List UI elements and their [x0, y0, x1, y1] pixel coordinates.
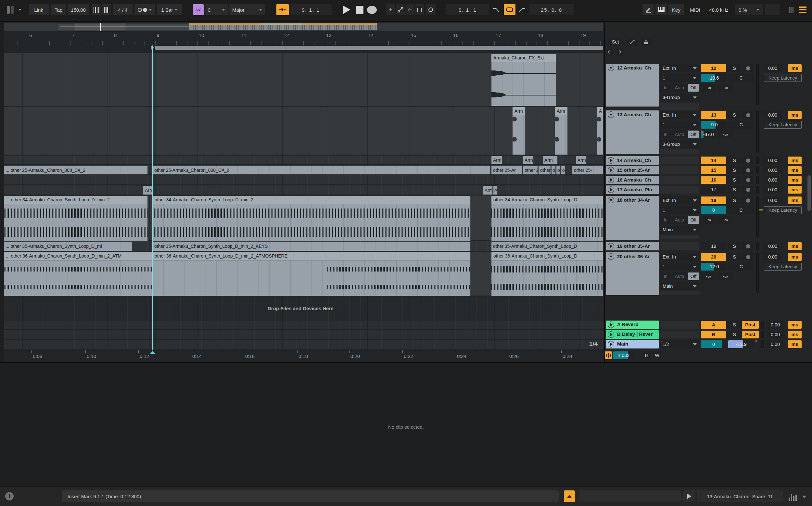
input-channel-menu[interactable]: 1 [660, 263, 699, 270]
monitor-auto-button[interactable]: Auto [672, 131, 686, 138]
prev-marker-button[interactable] [606, 48, 614, 56]
send-a-field[interactable]: -∞ [701, 84, 716, 92]
output-sub-field[interactable] [660, 149, 699, 154]
clip-synth34-right[interactable]: other 34-Armaku_Charon_Synth_Loop_D [491, 196, 603, 241]
clip-arm-small[interactable]: Arm [491, 156, 502, 164]
clip-808-seg[interactable]: other 25-Ar [491, 166, 522, 174]
send-b-field[interactable]: -∞ [718, 272, 733, 280]
solo-button[interactable]: S [728, 166, 741, 174]
keep-latency-button[interactable]: Keep Latency [764, 121, 802, 129]
input-type-menu[interactable]: Ext. In [660, 111, 699, 119]
lock-icon[interactable] [641, 38, 652, 46]
io-field[interactable] [660, 157, 699, 164]
pre-post-toggle[interactable]: Post [742, 331, 759, 338]
delay-unit-button[interactable]: ms [788, 242, 802, 250]
track-activator-off[interactable]: 17 [701, 186, 726, 193]
return-activator[interactable]: A [701, 321, 726, 329]
return-b-lane[interactable] [4, 330, 603, 339]
arm-button[interactable] [742, 176, 754, 184]
clip-808-seg[interactable]: other 2 [523, 166, 538, 174]
midi-arrangement-overdub-icon[interactable] [396, 4, 405, 15]
track-activator[interactable]: 15 [701, 166, 726, 174]
clip-arm-small[interactable]: A [493, 186, 498, 194]
arrangement-overview[interactable] [4, 23, 603, 31]
track-header-14[interactable]: 14 Armaku_Ch [606, 156, 659, 165]
monitor-off-button[interactable]: Off [688, 131, 699, 138]
clip-keys-right[interactable]: other 35-Armaku_Charon_Synth_Loop_D [491, 242, 603, 251]
track-header-18[interactable]: 18 other 34-Ar [606, 196, 659, 240]
arm-button[interactable] [742, 111, 754, 119]
time-signature-field[interactable]: 4 / 4 [113, 4, 133, 15]
track-header-15[interactable]: 15 other 25-Ar [606, 166, 659, 174]
solo-button[interactable]: S [728, 253, 741, 261]
send-b-field[interactable]: -∞ [718, 216, 733, 224]
delay-unit-button[interactable]: ms [788, 196, 802, 204]
playback-speed-field[interactable]: 1.00x [613, 351, 634, 359]
computer-midi-keyboard-icon[interactable] [655, 4, 667, 15]
beat-time-ruler[interactable] [4, 31, 603, 46]
monitor-off-button[interactable]: Off [688, 84, 699, 92]
arm-button[interactable] [742, 157, 754, 164]
delay-unit-button[interactable]: ms [788, 176, 802, 184]
output-menu[interactable]: Main [660, 226, 699, 234]
window-layout-icon[interactable] [5, 4, 16, 15]
set-locator-button[interactable]: Set [608, 38, 623, 46]
io-field[interactable] [660, 186, 699, 193]
output-sub-field[interactable] [660, 103, 699, 110]
send-a-field[interactable]: -∞ [701, 272, 716, 280]
pencil-icon[interactable] [642, 4, 654, 15]
volume-field[interactable]: -9.0 [701, 121, 726, 129]
pan-field[interactable]: C [728, 263, 754, 270]
clip-arm-small[interactable]: Arm [576, 156, 587, 164]
unfold-icon[interactable] [608, 177, 614, 183]
audition-wave-icon[interactable] [605, 351, 612, 359]
clip-808-seg[interactable]: o [552, 166, 556, 174]
metronome-button[interactable] [135, 4, 155, 15]
levels-caret-icon[interactable] [802, 496, 806, 498]
track-lane-16[interactable] [4, 175, 603, 185]
io-field[interactable] [660, 166, 699, 174]
monitor-in-button[interactable]: In [660, 216, 671, 224]
next-marker-button[interactable] [615, 48, 623, 56]
unfold-icon[interactable] [608, 322, 614, 328]
delay-unit-button[interactable]: ms [788, 64, 802, 72]
play-button[interactable] [342, 4, 351, 15]
preview-play-button[interactable] [683, 490, 695, 502]
clip-808-left[interactable]: ... other 25-Armaku_Charon_808_C#_2 [4, 166, 148, 174]
clip-atmo-mid[interactable]: other 36-Armaku_Charon_Synth_Loop_D_min_… [153, 252, 471, 296]
pre-post-toggle[interactable]: Post [742, 321, 759, 329]
unfold-icon[interactable] [608, 331, 614, 338]
io-field[interactable] [660, 331, 699, 338]
pan-field[interactable]: C [728, 74, 754, 82]
monitor-auto-button[interactable]: Auto [672, 272, 686, 280]
track-delay-value[interactable]: 0.00 [766, 331, 785, 338]
solo-button[interactable]: S [728, 157, 741, 164]
clip-arm-small[interactable]: Arm [543, 156, 558, 164]
arrangement-position-field[interactable]: 9. 1. 1 [290, 4, 332, 15]
unfold-icon[interactable] [608, 186, 614, 193]
solo-button[interactable]: S [728, 64, 741, 72]
info-icon[interactable]: i [5, 492, 14, 501]
arm-button[interactable] [742, 64, 754, 72]
capture-midi-icon[interactable]: + [386, 4, 395, 15]
loop-brace[interactable] [155, 46, 603, 50]
back-to-arrangement-icon[interactable] [406, 4, 414, 15]
solo-button[interactable]: S [728, 111, 741, 119]
overview-view-box[interactable] [74, 23, 126, 31]
punch-out-icon[interactable] [517, 4, 528, 15]
delay-unit-button[interactable]: ms [788, 253, 802, 261]
nudge-down-icon[interactable] [92, 4, 101, 15]
clip-arm-small[interactable]: Arm [523, 156, 534, 164]
track-delay-value[interactable]: 0.00 [766, 340, 785, 348]
clip-808-seg[interactable]: other 25- [572, 166, 603, 174]
clip-keys-left[interactable]: ... other 35-Armaku_Charon_Synth_Loop_D_… [4, 242, 133, 251]
monitor-in-button[interactable]: In [660, 84, 671, 92]
volume-field[interactable]: 0 [701, 206, 726, 214]
monitor-in-button[interactable]: In [660, 272, 671, 280]
cpu-load-meter[interactable]: 0 % [735, 4, 763, 15]
unfold-icon[interactable] [608, 167, 614, 173]
track-activator[interactable]: 12 [701, 64, 726, 72]
send-a-field[interactable]: -37.0 [701, 131, 716, 138]
solo-button[interactable]: S [728, 176, 741, 184]
tempo-field[interactable]: 150.00 [68, 4, 89, 15]
